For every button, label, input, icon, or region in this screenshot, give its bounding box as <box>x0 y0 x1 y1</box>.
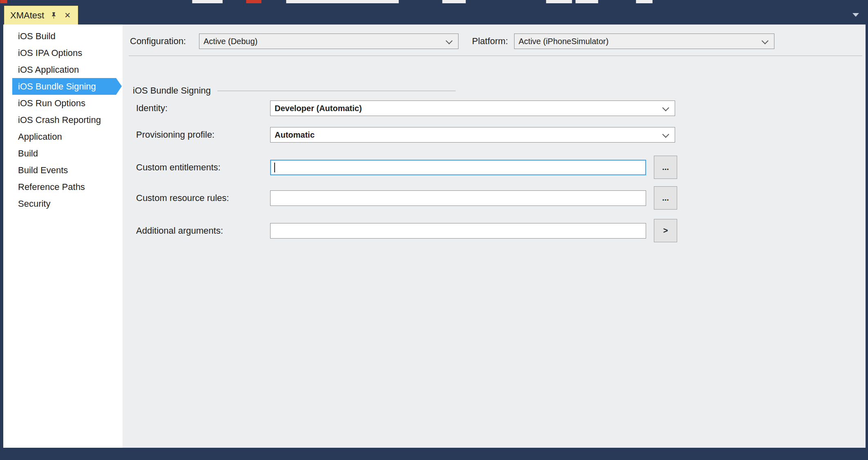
identity-value: Developer (Automatic) <box>275 101 362 116</box>
tab-list-chevron-down-icon[interactable] <box>852 13 859 17</box>
chevron-down-icon <box>446 38 453 45</box>
chevron-down-icon <box>662 105 669 112</box>
sidebar-item-security[interactable]: Security <box>3 195 123 212</box>
custom-entitlements-input[interactable] <box>270 160 646 175</box>
section-header: iOS Bundle Signing <box>133 86 456 96</box>
custom-entitlements-row: Custom entitlements: ... <box>123 156 866 179</box>
platform-label: Platform: <box>472 36 508 47</box>
custom-resource-rules-row: Custom resource rules: ... <box>123 186 866 210</box>
pin-icon[interactable] <box>49 11 58 20</box>
toolbar-fragment <box>192 0 223 3</box>
text-caret <box>274 163 275 172</box>
provisioning-profile-value: Automatic <box>275 127 315 142</box>
toolbar-fragment <box>442 0 466 3</box>
sidebar-item-reference-paths[interactable]: Reference Paths <box>3 179 123 195</box>
property-pages-sidebar: iOS Build iOS IPA Options iOS Applicatio… <box>3 25 123 448</box>
toolbar-fragment <box>575 0 598 3</box>
custom-resource-rules-label: Custom resource rules: <box>136 186 229 210</box>
sidebar-item-build-events[interactable]: Build Events <box>3 162 123 179</box>
sidebar-item-ios-crash-reporting[interactable]: iOS Crash Reporting <box>3 112 123 128</box>
configuration-dropdown[interactable]: Active (Debug) <box>199 33 459 49</box>
provisioning-profile-label: Provisioning profile: <box>136 123 215 146</box>
document-tab-bar: XMAtest ✕ <box>3 3 866 25</box>
bundle-signing-panel: Configuration: Active (Debug) Platform: … <box>123 25 866 448</box>
tab-title: XMAtest <box>10 10 44 21</box>
provisioning-profile-row: Provisioning profile: Automatic <box>123 123 866 146</box>
sidebar-item-ios-bundle-signing[interactable]: iOS Bundle Signing <box>12 78 116 95</box>
custom-entitlements-browse-button[interactable]: ... <box>654 156 677 179</box>
sidebar-item-build[interactable]: Build <box>3 145 123 162</box>
separator <box>129 56 862 56</box>
chevron-down-icon <box>662 131 669 138</box>
custom-resource-rules-browse-button[interactable]: ... <box>654 186 677 210</box>
platform-dropdown[interactable]: Active (iPhoneSimulator) <box>514 33 774 49</box>
toolbar-fragment <box>286 0 399 3</box>
platform-value: Active (iPhoneSimulator) <box>519 34 608 49</box>
toolbar-fragment <box>546 0 572 3</box>
tab-xmatest[interactable]: XMAtest ✕ <box>4 6 78 25</box>
separator <box>217 91 456 91</box>
custom-entitlements-label: Custom entitlements: <box>136 156 221 179</box>
identity-dropdown[interactable]: Developer (Automatic) <box>270 100 675 116</box>
sidebar-item-ios-run-options[interactable]: iOS Run Options <box>3 95 123 112</box>
close-icon[interactable]: ✕ <box>63 11 72 20</box>
configuration-value: Active (Debug) <box>204 34 257 49</box>
identity-row: Identity: Developer (Automatic) <box>123 96 866 120</box>
additional-arguments-expand-button[interactable]: > <box>654 219 677 242</box>
sidebar-item-ios-ipa-options[interactable]: iOS IPA Options <box>3 45 123 61</box>
section-title: iOS Bundle Signing <box>133 85 211 96</box>
vs-properties-window: XMAtest ✕ iOS Build iOS IPA Options iOS … <box>0 0 868 460</box>
additional-arguments-input[interactable] <box>270 223 646 239</box>
additional-arguments-row: Additional arguments: > <box>123 219 866 242</box>
additional-arguments-label: Additional arguments: <box>136 219 223 242</box>
custom-resource-rules-input[interactable] <box>270 190 646 206</box>
toolbar-fragment <box>0 0 7 3</box>
identity-label: Identity: <box>136 96 168 120</box>
toolbar-fragment <box>636 0 653 3</box>
sidebar-item-ios-build[interactable]: iOS Build <box>3 28 123 45</box>
provisioning-profile-dropdown[interactable]: Automatic <box>270 127 675 143</box>
sidebar-item-ios-application[interactable]: iOS Application <box>3 61 123 78</box>
configuration-label: Configuration: <box>130 36 186 47</box>
sidebar-item-application[interactable]: Application <box>3 128 123 145</box>
chevron-down-icon <box>762 38 769 45</box>
toolbar-fragment <box>246 0 262 3</box>
toolbar-remnant-strip <box>0 0 868 3</box>
